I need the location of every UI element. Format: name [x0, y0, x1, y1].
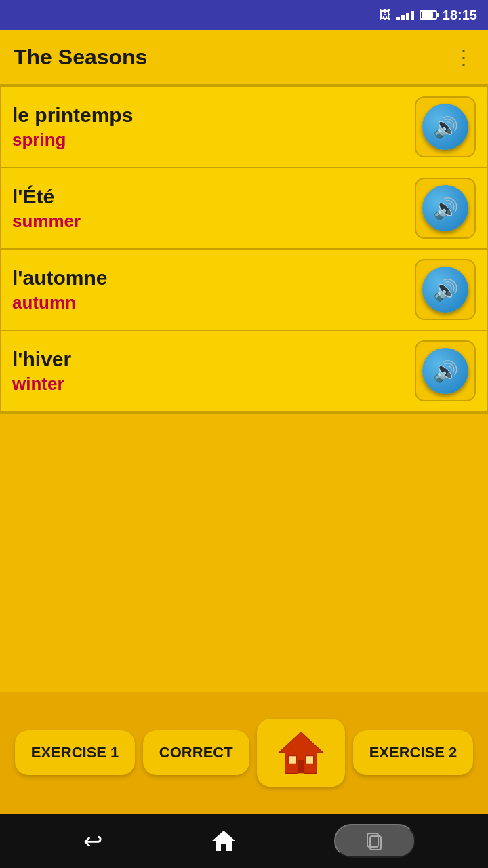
- vocab-text-autumn: l'automne autumn: [12, 267, 107, 313]
- svg-rect-2: [288, 756, 296, 764]
- audio-button-spring[interactable]: 🔊: [415, 96, 476, 157]
- vocab-text-spring: le printemps spring: [12, 104, 133, 151]
- battery-icon: [420, 10, 437, 20]
- vocab-french-autumn: l'automne: [12, 267, 107, 290]
- svg-rect-3: [306, 756, 314, 764]
- android-home-button[interactable]: [203, 821, 244, 861]
- vocab-item-spring: le printemps spring 🔊: [1, 85, 487, 168]
- audio-circle-autumn: 🔊: [422, 267, 468, 313]
- status-bar: 🖼 18:15: [0, 0, 488, 30]
- signal-icon: [396, 11, 414, 20]
- vocab-item-winter: l'hiver winter 🔊: [1, 331, 487, 412]
- audio-button-summer[interactable]: 🔊: [415, 178, 476, 239]
- vocab-french-spring: le printemps: [12, 104, 133, 127]
- speaker-icon-winter: 🔊: [433, 359, 458, 383]
- vocab-item-autumn: l'automne autumn 🔊: [1, 250, 487, 331]
- correct-button[interactable]: CORRECT: [143, 730, 249, 775]
- audio-circle-spring: 🔊: [422, 104, 468, 150]
- speaker-icon-autumn: 🔊: [433, 278, 458, 302]
- back-icon: ↩: [83, 827, 102, 854]
- menu-button[interactable]: ⋮: [454, 46, 474, 68]
- nav-bar: ↩: [0, 814, 488, 868]
- empty-area: [0, 414, 488, 692]
- photo-icon: 🖼: [379, 8, 391, 22]
- vocab-english-summer: summer: [12, 211, 81, 232]
- vocab-text-summer: l'Été summer: [12, 185, 81, 232]
- home-button[interactable]: [257, 719, 345, 787]
- app-header: The Seasons ⋮: [0, 30, 488, 84]
- vocab-french-summer: l'Été: [12, 185, 81, 208]
- recents-button[interactable]: [334, 824, 415, 858]
- vocab-list: le printemps spring 🔊 l'Été summer 🔊: [0, 84, 488, 414]
- vocab-item-summer: l'Été summer 🔊: [1, 168, 487, 250]
- speaker-icon-spring: 🔊: [433, 115, 458, 139]
- vocab-french-winter: l'hiver: [12, 348, 71, 371]
- status-time: 18:15: [443, 7, 477, 23]
- svg-rect-1: [298, 761, 304, 774]
- audio-button-winter[interactable]: 🔊: [415, 340, 476, 401]
- bottom-buttons-area: EXERCISE 1 CORRECT EXERCISE 2: [0, 692, 488, 814]
- speaker-icon-summer: 🔊: [433, 197, 458, 220]
- home-icon: [277, 729, 325, 776]
- vocab-english-spring: spring: [12, 130, 133, 151]
- vocab-english-winter: winter: [12, 374, 71, 395]
- audio-circle-winter: 🔊: [422, 348, 468, 394]
- recents-icon: [365, 831, 385, 851]
- exercise2-button[interactable]: EXERCISE 2: [353, 730, 474, 775]
- exercise1-button[interactable]: EXERCISE 1: [15, 730, 136, 775]
- audio-button-autumn[interactable]: 🔊: [415, 259, 476, 320]
- back-button[interactable]: ↩: [73, 821, 113, 861]
- android-home-icon: [211, 829, 236, 853]
- audio-circle-summer: 🔊: [422, 185, 468, 231]
- main-content: le printemps spring 🔊 l'Été summer 🔊: [0, 84, 488, 814]
- vocab-english-autumn: autumn: [12, 292, 107, 313]
- vocab-text-winter: l'hiver winter: [12, 348, 71, 395]
- app-title: The Seasons: [14, 45, 147, 70]
- svg-marker-4: [212, 831, 235, 851]
